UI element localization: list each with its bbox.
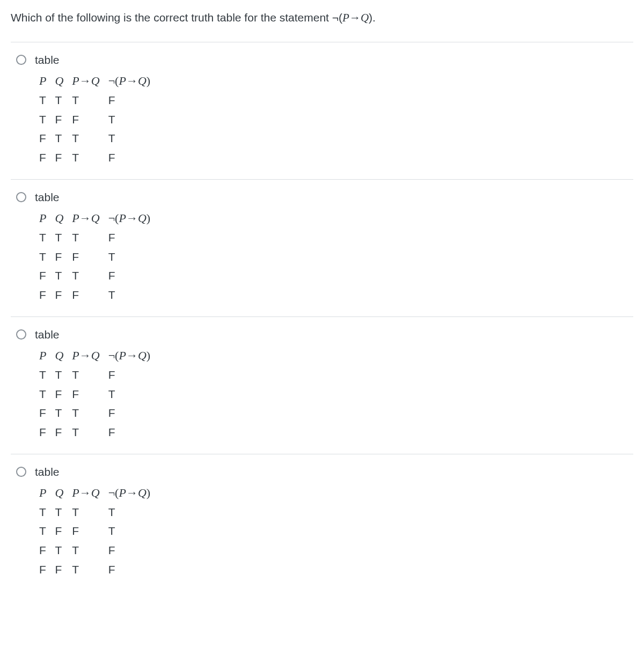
table-label: table — [35, 464, 633, 480]
table-row: FTTT — [35, 129, 155, 149]
table-row: TFFT — [35, 111, 155, 130]
table-header-row: PQP→Q¬(P→Q) — [35, 483, 155, 503]
cell: F — [104, 404, 155, 423]
question-formula: ¬(P→Q). — [332, 11, 376, 24]
cell: T — [104, 286, 155, 305]
col-P: P — [35, 209, 50, 229]
truth-table-2: PQP→Q¬(P→Q)TTTFTFFTFTTFFFFT — [35, 209, 155, 305]
cell: F — [50, 111, 68, 130]
col-P: P — [35, 483, 50, 503]
cell: F — [104, 366, 155, 385]
truth-table-1: PQP→Q¬(P→Q)TTTFTFFTFTTTFFTF — [35, 71, 155, 168]
option-1: tablePQP→Q¬(P→Q)TTTFTFFTFTTTFFTF — [11, 42, 633, 179]
table-header-row: PQP→Q¬(P→Q) — [35, 209, 155, 229]
question-text: Which of the following is the correct tr… — [11, 10, 633, 26]
table-row: TTTT — [35, 503, 155, 522]
option-content-4: tablePQP→Q¬(P→Q)TTTTTFFTFTTFFFTF — [35, 464, 633, 579]
cell: T — [68, 229, 104, 248]
option-4: tablePQP→Q¬(P→Q)TTTTTFFTFTTFFFTF — [11, 454, 633, 591]
option-content-1: tablePQP→Q¬(P→Q)TTTFTFFTFTTTFFTF — [35, 52, 633, 167]
cell: F — [35, 267, 50, 286]
radio-option-1[interactable] — [16, 55, 26, 65]
table-row: TTTF — [35, 91, 155, 111]
col-Q: Q — [50, 71, 68, 91]
cell: F — [104, 229, 155, 248]
table-label: table — [35, 52, 633, 68]
col-Q: Q — [50, 483, 68, 503]
radio-option-2[interactable] — [16, 192, 26, 202]
col-negPimpQ: ¬(P→Q) — [104, 71, 155, 91]
cell: T — [68, 503, 104, 522]
table-row: TFFT — [35, 385, 155, 404]
option-2: tablePQP→Q¬(P→Q)TTTFTFFTFTTFFFFT — [11, 179, 633, 316]
cell: F — [50, 286, 68, 305]
cell: T — [104, 503, 155, 522]
col-negPimpQ: ¬(P→Q) — [104, 346, 155, 366]
question-prefix: Which of the following is the correct tr… — [11, 11, 332, 24]
option-content-3: tablePQP→Q¬(P→Q)TTTFTFFTFTTFFFTF — [35, 327, 633, 442]
cell: T — [68, 267, 104, 286]
cell: F — [35, 541, 50, 561]
cell: T — [68, 541, 104, 561]
cell: F — [35, 404, 50, 423]
cell: T — [50, 404, 68, 423]
cell: F — [68, 248, 104, 267]
cell: F — [35, 561, 50, 580]
col-PimpQ: P→Q — [68, 71, 104, 91]
cell: T — [104, 129, 155, 149]
cell: F — [104, 91, 155, 111]
cell: T — [68, 91, 104, 111]
cell: T — [50, 503, 68, 522]
cell: F — [35, 149, 50, 168]
table-row: TTTF — [35, 366, 155, 385]
cell: F — [50, 248, 68, 267]
cell: T — [104, 385, 155, 404]
radio-option-3[interactable] — [16, 329, 26, 340]
cell: F — [35, 129, 50, 149]
table-row: FFFT — [35, 286, 155, 305]
col-PimpQ: P→Q — [68, 209, 104, 229]
cell: T — [35, 385, 50, 404]
cell: F — [68, 522, 104, 541]
col-Q: Q — [50, 209, 68, 229]
cell: T — [50, 541, 68, 561]
cell: T — [50, 267, 68, 286]
cell: T — [35, 91, 50, 111]
cell: F — [50, 561, 68, 580]
cell: T — [68, 149, 104, 168]
table-row: TFFT — [35, 522, 155, 541]
cell: F — [104, 561, 155, 580]
cell: F — [68, 385, 104, 404]
col-negPimpQ: ¬(P→Q) — [104, 483, 155, 503]
cell: T — [104, 111, 155, 130]
table-row: TTTF — [35, 229, 155, 248]
cell: F — [50, 149, 68, 168]
col-negPimpQ: ¬(P→Q) — [104, 209, 155, 229]
cell: F — [104, 149, 155, 168]
cell: T — [68, 404, 104, 423]
table-row: TFFT — [35, 248, 155, 267]
cell: F — [104, 423, 155, 443]
cell: T — [104, 522, 155, 541]
cell: F — [68, 286, 104, 305]
cell: T — [35, 111, 50, 130]
cell: T — [35, 248, 50, 267]
table-row: FTTF — [35, 404, 155, 423]
col-P: P — [35, 71, 50, 91]
table-row: FFTF — [35, 149, 155, 168]
radio-option-4[interactable] — [16, 467, 26, 477]
cell: T — [68, 366, 104, 385]
cell: F — [68, 111, 104, 130]
cell: T — [104, 248, 155, 267]
table-row: FFTF — [35, 561, 155, 580]
cell: T — [35, 366, 50, 385]
table-label: table — [35, 327, 633, 342]
table-label: table — [35, 189, 633, 205]
cell: T — [68, 129, 104, 149]
cell: F — [35, 286, 50, 305]
option-content-2: tablePQP→Q¬(P→Q)TTTFTFFTFTTFFFFT — [35, 189, 633, 305]
col-PimpQ: P→Q — [68, 483, 104, 503]
col-P: P — [35, 346, 50, 366]
cell: T — [50, 129, 68, 149]
cell: T — [50, 366, 68, 385]
